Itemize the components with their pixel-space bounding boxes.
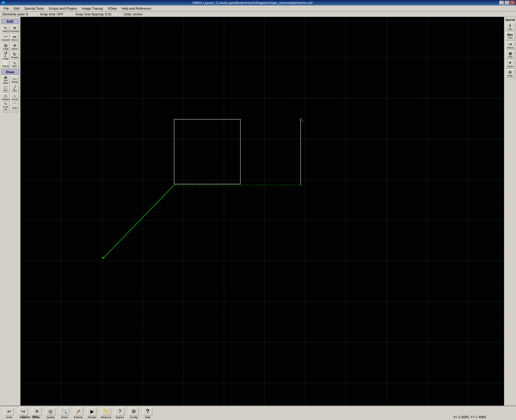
svg-rect-1 bbox=[20, 17, 504, 406]
mirror-icon: ⇔ bbox=[13, 35, 17, 39]
config-button[interactable]: ⚙ Config bbox=[127, 407, 140, 420]
toolbar-row-smooth: 〰 Smooth ⇔ Mirror bbox=[1, 34, 20, 42]
undo-button[interactable]: ↩ Undo bbox=[2, 407, 16, 420]
measure-icon: 📏 bbox=[101, 408, 111, 415]
rcopy-icon: ↺ bbox=[4, 51, 8, 55]
size-button[interactable]: ⤡ Size bbox=[11, 60, 19, 68]
menu-special-tools[interactable]: Special Tools bbox=[22, 6, 46, 11]
text-button[interactable]: Abc Text bbox=[505, 32, 515, 40]
smooth-button[interactable]: 〰 Smooth bbox=[2, 34, 10, 42]
close-button[interactable]: ✕ bbox=[510, 1, 515, 5]
circle-icon: ○ bbox=[13, 94, 16, 98]
rcopy-button[interactable]: ↺ R-Copy bbox=[2, 51, 10, 60]
edit-section-label: Edit bbox=[1, 19, 19, 24]
status-bar: Elements used: 8 Snap Grid: OFF Snap Gri… bbox=[0, 11, 516, 17]
select-icon: ↖ bbox=[4, 26, 8, 30]
minimize-button[interactable]: _ bbox=[499, 1, 504, 5]
units: Units: inches bbox=[124, 12, 143, 16]
titlebar-icon: 🔷 bbox=[1, 1, 6, 5]
config-icon: ⚙ bbox=[129, 408, 139, 415]
shapes-icon: ◇ bbox=[4, 94, 7, 98]
setzero-button[interactable]: ⊕ Set Zero bbox=[2, 76, 10, 84]
elements-used: Elements used: 8 bbox=[2, 12, 28, 16]
zoom-icon: 🔍 bbox=[60, 408, 69, 415]
menu-scripts[interactable]: Scripts and Plugins bbox=[46, 6, 79, 11]
inquire-icon: ? bbox=[115, 408, 125, 415]
move-icon: ✛ bbox=[13, 43, 17, 48]
circle-button[interactable]: ○ Circle bbox=[11, 93, 19, 102]
clean-icon: ✦ bbox=[508, 61, 512, 65]
extents-button[interactable]: ⤢ Extents bbox=[72, 407, 85, 420]
box-icon: □ bbox=[4, 85, 7, 89]
toolbar-row-shapes: ◇ Shapes ○ Circle bbox=[1, 93, 20, 102]
quality-button[interactable]: ◎ Quality bbox=[44, 407, 57, 420]
left-toolbar: Edit ↖ Select ✕ Deselect 〰 Smooth ⇔ Mirr… bbox=[0, 17, 20, 406]
calc-icon: ▦ bbox=[509, 52, 512, 55]
toolbar-row-lead: ⤷ Lead I/o ⌒ Fillet bbox=[1, 102, 20, 110]
menu-file[interactable]: File bbox=[1, 6, 11, 11]
move-button[interactable]: ✛ Move bbox=[11, 42, 19, 51]
frame-button[interactable]: ⬜ Frame bbox=[2, 60, 10, 68]
calc-button[interactable]: ▦ Calc bbox=[505, 51, 515, 59]
menu-image-tracing[interactable]: Image Tracing bbox=[80, 6, 105, 11]
toolbar-row-frame: ⬜ Frame ⤡ Size bbox=[1, 60, 20, 68]
mirror-button[interactable]: ⇔ Mirror bbox=[11, 34, 19, 42]
shapes-button[interactable]: ◇ Shapes bbox=[2, 93, 10, 102]
titlebar-controls: _ □ ✕ bbox=[499, 1, 515, 5]
setzero-icon: ⊕ bbox=[4, 75, 8, 80]
box-button[interactable]: □ Box bbox=[2, 84, 10, 93]
inquire-button[interactable]: ? Inquire bbox=[113, 407, 127, 420]
offset-button[interactable]: ⇥ Offset bbox=[505, 41, 515, 50]
extents-icon: ⤢ bbox=[73, 408, 83, 415]
menu-xdata[interactable]: XData bbox=[105, 6, 119, 11]
special-section-label: Special bbox=[505, 18, 515, 22]
draw-section-label: Draw bbox=[1, 69, 19, 75]
lead-io-button[interactable]: ⤷ Lead I/o bbox=[2, 102, 10, 110]
measure-button[interactable]: 📏 Measure bbox=[99, 407, 113, 420]
deselect-icon: ✕ bbox=[13, 26, 17, 30]
snap-grid-spacing: Snap Grid Spacing: 0.01 bbox=[76, 12, 112, 16]
undo-icon: ↩ bbox=[4, 408, 14, 415]
toolbar-row-box: □ Box ╱ Line bbox=[1, 84, 20, 93]
toolbar-row-select: ↖ Select ✕ Deselect bbox=[1, 25, 20, 33]
fillet-button[interactable]: ⌒ Fillet bbox=[11, 102, 19, 110]
titlebar: 🔷 OMAX Layout | Z:\JoshLopezBinder\HowTo… bbox=[0, 0, 516, 5]
clean-button[interactable]: ✦ Clean bbox=[505, 60, 515, 68]
help-button[interactable]: ? Help bbox=[141, 407, 154, 420]
menu-help[interactable]: Help and Reference bbox=[119, 6, 154, 11]
right-toolbar: Special ℹ Info Abc Text ⇥ Offset ▦ Calc … bbox=[504, 17, 516, 406]
titlebar-title: OMAX Layout | Z:\JoshLopezBinder\HowToRe… bbox=[192, 1, 312, 5]
canvas-area[interactable] bbox=[20, 17, 504, 406]
rotate-button[interactable]: ↻ Rotate bbox=[11, 51, 19, 60]
toolbar-row-setzero: ⊕ Set Zero — Divide bbox=[1, 76, 20, 84]
erase-icon: ✕ bbox=[32, 408, 42, 415]
divide-button[interactable]: — Divide bbox=[11, 76, 19, 84]
copy-button[interactable]: ⧉ Copy bbox=[2, 42, 10, 51]
info-button[interactable]: ℹ Info bbox=[505, 23, 515, 31]
frame-icon: ⬜ bbox=[3, 61, 8, 65]
smooth-icon: 〰 bbox=[4, 35, 8, 39]
toolbar-row-rcopy: ↺ R-Copy ↻ Rotate bbox=[1, 51, 20, 60]
zoom-button[interactable]: 🔍 Zoom bbox=[58, 407, 71, 420]
offset-icon: ⇥ bbox=[508, 42, 512, 46]
lead-io-icon: ⤷ bbox=[4, 102, 8, 106]
path-button[interactable]: ⊕ Path bbox=[505, 69, 515, 78]
redo-icon: ↪ bbox=[18, 408, 28, 415]
info-icon: ℹ bbox=[509, 23, 511, 28]
snap-grid: Snap Grid: OFF bbox=[40, 12, 64, 16]
select-button[interactable]: ↖ Select bbox=[2, 25, 10, 33]
copy-icon: ⧉ bbox=[4, 43, 7, 48]
render-icon: ▶ bbox=[87, 408, 97, 415]
menu-edit[interactable]: Edit bbox=[11, 6, 22, 11]
divide-icon: — bbox=[13, 77, 17, 81]
bottom-toolbar: ↩ Undo ↪ Redo ✕ Erase ◎ Quality 🔍 Zoom ⤢… bbox=[0, 406, 516, 420]
toolbar-divider bbox=[3, 112, 18, 113]
quality-icon: ◎ bbox=[46, 408, 55, 415]
maximize-button[interactable]: □ bbox=[505, 1, 509, 5]
deselect-button[interactable]: ✕ Deselect bbox=[11, 25, 19, 33]
menubar: File Edit Special Tools Scripts and Plug… bbox=[0, 5, 516, 11]
render-button[interactable]: ▶ Render bbox=[86, 407, 99, 420]
toolbar-row-copy: ⧉ Copy ✛ Move bbox=[1, 42, 20, 51]
scale-display: Scale: 99% bbox=[22, 415, 39, 419]
line-button[interactable]: ╱ Line bbox=[11, 84, 19, 93]
